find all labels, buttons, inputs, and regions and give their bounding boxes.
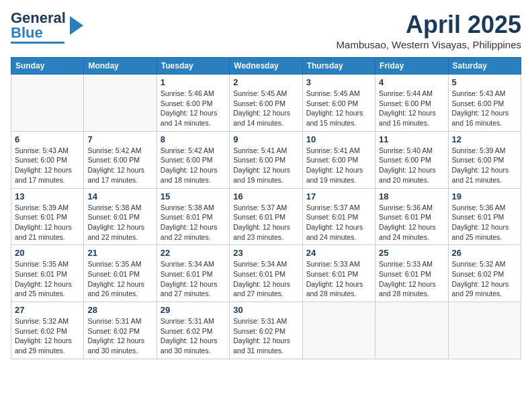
day-number: 21 xyxy=(87,248,152,258)
calendar-cell: 2Sunrise: 5:45 AM Sunset: 6:00 PM Daylig… xyxy=(230,75,302,132)
weekday-header-row: SundayMondayTuesdayWednesdayThursdayFrid… xyxy=(11,58,521,75)
title-block: April 2025 Mambusao, Western Visayas, Ph… xyxy=(337,11,521,50)
day-detail: Sunrise: 5:43 AM Sunset: 6:00 PM Dayligh… xyxy=(15,146,80,185)
day-number: 29 xyxy=(161,305,226,315)
day-detail: Sunrise: 5:39 AM Sunset: 6:01 PM Dayligh… xyxy=(15,203,80,242)
day-detail: Sunrise: 5:36 AM Sunset: 6:01 PM Dayligh… xyxy=(452,203,517,242)
day-number: 2 xyxy=(233,77,298,87)
calendar-subtitle: Mambusao, Western Visayas, Philippines xyxy=(337,39,521,50)
weekday-header-tuesday: Tuesday xyxy=(157,58,229,75)
calendar-cell: 12Sunrise: 5:39 AM Sunset: 6:00 PM Dayli… xyxy=(448,131,521,188)
day-detail: Sunrise: 5:46 AM Sunset: 6:00 PM Dayligh… xyxy=(161,89,226,128)
day-detail: Sunrise: 5:39 AM Sunset: 6:00 PM Dayligh… xyxy=(452,146,517,185)
day-number: 14 xyxy=(87,191,152,201)
calendar-cell: 24Sunrise: 5:33 AM Sunset: 6:01 PM Dayli… xyxy=(302,245,375,302)
day-number: 10 xyxy=(306,134,371,144)
day-detail: Sunrise: 5:34 AM Sunset: 6:01 PM Dayligh… xyxy=(161,259,226,299)
day-detail: Sunrise: 5:37 AM Sunset: 6:01 PM Dayligh… xyxy=(233,203,298,242)
calendar-cell xyxy=(84,75,157,132)
calendar-cell: 29Sunrise: 5:31 AM Sunset: 6:02 PM Dayli… xyxy=(157,302,229,359)
calendar-cell: 17Sunrise: 5:37 AM Sunset: 6:01 PM Dayli… xyxy=(302,188,375,245)
weekday-header-wednesday: Wednesday xyxy=(230,58,302,75)
day-detail: Sunrise: 5:32 AM Sunset: 6:02 PM Dayligh… xyxy=(15,316,80,356)
calendar-cell: 20Sunrise: 5:35 AM Sunset: 6:01 PM Dayli… xyxy=(11,245,84,302)
calendar-cell: 14Sunrise: 5:38 AM Sunset: 6:01 PM Dayli… xyxy=(84,188,157,245)
day-detail: Sunrise: 5:31 AM Sunset: 6:02 PM Dayligh… xyxy=(233,316,298,356)
calendar-cell: 19Sunrise: 5:36 AM Sunset: 6:01 PM Dayli… xyxy=(448,188,521,245)
day-detail: Sunrise: 5:31 AM Sunset: 6:02 PM Dayligh… xyxy=(161,316,226,356)
calendar-cell: 30Sunrise: 5:31 AM Sunset: 6:02 PM Dayli… xyxy=(230,302,302,359)
day-detail: Sunrise: 5:36 AM Sunset: 6:01 PM Dayligh… xyxy=(379,203,444,242)
day-number: 13 xyxy=(15,191,80,201)
day-number: 27 xyxy=(15,305,80,315)
day-detail: Sunrise: 5:42 AM Sunset: 6:00 PM Dayligh… xyxy=(87,146,152,185)
week-row-2: 6Sunrise: 5:43 AM Sunset: 6:00 PM Daylig… xyxy=(11,131,521,188)
day-detail: Sunrise: 5:33 AM Sunset: 6:01 PM Dayligh… xyxy=(306,259,371,299)
calendar-cell: 27Sunrise: 5:32 AM Sunset: 6:02 PM Dayli… xyxy=(11,302,84,359)
day-number: 9 xyxy=(233,134,298,144)
page-header: GeneralBlue April 2025 Mambusao, Western… xyxy=(11,11,521,50)
day-number: 12 xyxy=(452,134,517,144)
calendar-cell: 21Sunrise: 5:35 AM Sunset: 6:01 PM Dayli… xyxy=(84,245,157,302)
weekday-header-sunday: Sunday xyxy=(11,58,84,75)
day-number: 20 xyxy=(15,248,80,258)
day-number: 25 xyxy=(379,248,444,258)
calendar-cell: 11Sunrise: 5:40 AM Sunset: 6:00 PM Dayli… xyxy=(375,131,448,188)
calendar-cell: 23Sunrise: 5:34 AM Sunset: 6:01 PM Dayli… xyxy=(230,245,302,302)
day-detail: Sunrise: 5:40 AM Sunset: 6:00 PM Dayligh… xyxy=(379,146,444,185)
calendar-title: April 2025 xyxy=(337,11,521,39)
day-number: 28 xyxy=(87,305,152,315)
calendar-cell: 7Sunrise: 5:42 AM Sunset: 6:00 PM Daylig… xyxy=(84,131,157,188)
day-number: 15 xyxy=(161,191,226,201)
calendar-cell: 22Sunrise: 5:34 AM Sunset: 6:01 PM Dayli… xyxy=(157,245,229,302)
calendar-cell xyxy=(375,302,448,359)
calendar-cell: 25Sunrise: 5:33 AM Sunset: 6:01 PM Dayli… xyxy=(375,245,448,302)
weekday-header-monday: Monday xyxy=(84,58,157,75)
week-row-5: 27Sunrise: 5:32 AM Sunset: 6:02 PM Dayli… xyxy=(11,302,521,359)
day-detail: Sunrise: 5:45 AM Sunset: 6:00 PM Dayligh… xyxy=(306,89,371,128)
day-number: 23 xyxy=(233,248,298,258)
calendar-cell: 13Sunrise: 5:39 AM Sunset: 6:01 PM Dayli… xyxy=(11,188,84,245)
calendar-table: SundayMondayTuesdayWednesdayThursdayFrid… xyxy=(11,57,521,359)
day-detail: Sunrise: 5:31 AM Sunset: 6:02 PM Dayligh… xyxy=(87,316,152,356)
day-detail: Sunrise: 5:33 AM Sunset: 6:01 PM Dayligh… xyxy=(379,259,444,299)
day-number: 19 xyxy=(452,191,517,201)
logo: GeneralBlue xyxy=(11,11,86,44)
day-detail: Sunrise: 5:35 AM Sunset: 6:01 PM Dayligh… xyxy=(87,259,152,299)
svg-marker-0 xyxy=(70,16,83,35)
calendar-cell: 28Sunrise: 5:31 AM Sunset: 6:02 PM Dayli… xyxy=(84,302,157,359)
calendar-cell: 6Sunrise: 5:43 AM Sunset: 6:00 PM Daylig… xyxy=(11,131,84,188)
day-number: 4 xyxy=(379,77,444,87)
day-number: 3 xyxy=(306,77,371,87)
day-detail: Sunrise: 5:38 AM Sunset: 6:01 PM Dayligh… xyxy=(87,203,152,242)
week-row-3: 13Sunrise: 5:39 AM Sunset: 6:01 PM Dayli… xyxy=(11,188,521,245)
day-detail: Sunrise: 5:43 AM Sunset: 6:00 PM Dayligh… xyxy=(452,89,517,128)
calendar-cell: 4Sunrise: 5:44 AM Sunset: 6:00 PM Daylig… xyxy=(375,75,448,132)
day-number: 6 xyxy=(15,134,80,144)
calendar-cell: 16Sunrise: 5:37 AM Sunset: 6:01 PM Dayli… xyxy=(230,188,302,245)
week-row-1: 1Sunrise: 5:46 AM Sunset: 6:00 PM Daylig… xyxy=(11,75,521,132)
weekday-header-saturday: Saturday xyxy=(448,58,521,75)
logo-text: GeneralBlue xyxy=(11,11,66,40)
weekday-header-friday: Friday xyxy=(375,58,448,75)
calendar-cell: 3Sunrise: 5:45 AM Sunset: 6:00 PM Daylig… xyxy=(302,75,375,132)
week-row-4: 20Sunrise: 5:35 AM Sunset: 6:01 PM Dayli… xyxy=(11,245,521,302)
day-detail: Sunrise: 5:42 AM Sunset: 6:00 PM Dayligh… xyxy=(161,146,226,185)
calendar-cell xyxy=(302,302,375,359)
day-number: 7 xyxy=(87,134,152,144)
calendar-cell: 1Sunrise: 5:46 AM Sunset: 6:00 PM Daylig… xyxy=(157,75,229,132)
calendar-cell: 5Sunrise: 5:43 AM Sunset: 6:00 PM Daylig… xyxy=(448,75,521,132)
calendar-cell: 10Sunrise: 5:41 AM Sunset: 6:00 PM Dayli… xyxy=(302,131,375,188)
day-detail: Sunrise: 5:34 AM Sunset: 6:01 PM Dayligh… xyxy=(233,259,298,299)
logo-underline xyxy=(11,42,64,44)
day-detail: Sunrise: 5:41 AM Sunset: 6:00 PM Dayligh… xyxy=(233,146,298,185)
day-number: 8 xyxy=(161,134,226,144)
calendar-cell: 26Sunrise: 5:32 AM Sunset: 6:02 PM Dayli… xyxy=(448,245,521,302)
day-number: 17 xyxy=(306,191,371,201)
day-number: 26 xyxy=(452,248,517,258)
day-detail: Sunrise: 5:45 AM Sunset: 6:00 PM Dayligh… xyxy=(233,89,298,128)
calendar-cell: 9Sunrise: 5:41 AM Sunset: 6:00 PM Daylig… xyxy=(230,131,302,188)
day-detail: Sunrise: 5:37 AM Sunset: 6:01 PM Dayligh… xyxy=(306,203,371,242)
day-number: 24 xyxy=(306,248,371,258)
calendar-cell: 8Sunrise: 5:42 AM Sunset: 6:00 PM Daylig… xyxy=(157,131,229,188)
